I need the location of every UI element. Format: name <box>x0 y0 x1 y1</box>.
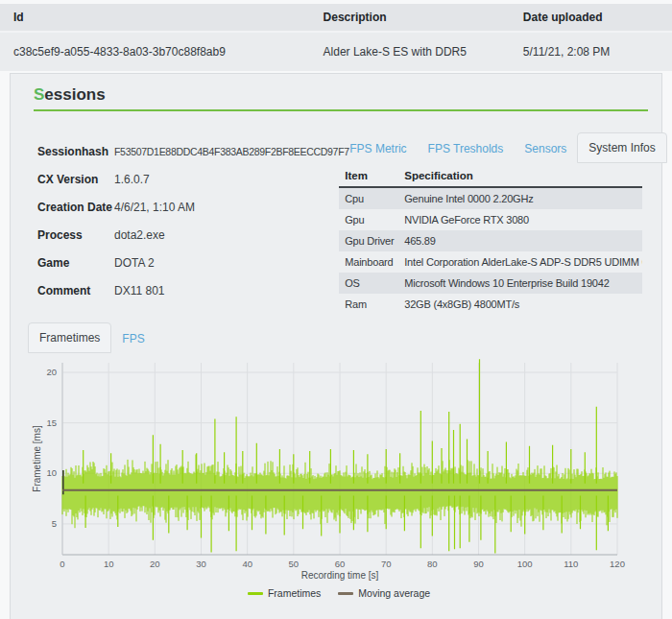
tab-sensors[interactable]: Sensors <box>514 134 577 163</box>
page-title-rest: essions <box>44 85 105 104</box>
upload-id: c38c5ef9-a055-4833-8a03-3b70c88f8ab9 <box>13 45 324 59</box>
legend-item-frametimes: Frametimes <box>248 587 321 599</box>
detail-value: DX11 801 <box>114 283 164 299</box>
tab-fps-tresholds[interactable]: FPS Tresholds <box>418 134 515 163</box>
detail-row-creation-date: Creation Date 4/6/21, 1:10 AM <box>37 200 339 216</box>
svg-text:100: 100 <box>517 559 533 569</box>
detail-value: 1.6.0.7 <box>114 172 150 188</box>
detail-value: dota2.exe <box>114 227 165 244</box>
detail-row-comment: Comment DX11 801 <box>37 283 339 299</box>
column-header-id: Id <box>13 11 324 24</box>
spec-value: 32GB (4x8GB) 4800MT/s <box>398 294 641 315</box>
frametimes-swatch-icon <box>248 592 263 595</box>
detail-label: CX Version <box>37 172 114 188</box>
svg-text:110: 110 <box>564 559 578 569</box>
detail-label: Process <box>37 227 114 244</box>
tab-fps-metric[interactable]: FPS Metric <box>339 134 417 163</box>
detail-value: DOTA 2 <box>114 255 155 272</box>
page-title: Sessions <box>34 85 648 111</box>
table-row-os: OS Microsoft Windows 10 Enterprise Build… <box>339 273 641 294</box>
svg-text:80: 80 <box>427 559 438 569</box>
column-header-description: Description <box>324 11 523 24</box>
svg-text:20: 20 <box>46 367 57 377</box>
upload-date: 5/11/21, 2:08 PM <box>523 45 659 59</box>
table-row-mainboard: Mainboard Intel Corporation AlderLake-S … <box>339 251 641 273</box>
svg-text:40: 40 <box>242 559 252 569</box>
legend-label: Frametimes <box>268 587 321 599</box>
spec-item: Mainboard <box>339 251 398 273</box>
sessions-panel: Sessions Sessionhash F53507D1E88DDC4B4F3… <box>10 73 662 619</box>
detail-label: Sessionhash <box>37 144 114 160</box>
table-row-ram: Ram 32GB (4x8GB) 4800MT/s <box>339 294 641 315</box>
info-tab-bar: FPS Metric FPS Tresholds Sensors System … <box>339 132 648 163</box>
column-header-specification: Specification <box>398 165 641 187</box>
detail-value: 4/6/21, 1:10 AM <box>114 200 195 216</box>
spec-item: Cpu <box>339 187 398 209</box>
spec-value: Genuine Intel 0000 2.20GHz <box>398 187 641 209</box>
table-row-cpu: Cpu Genuine Intel 0000 2.20GHz <box>339 187 641 209</box>
system-info-table: Item Specification Cpu Genuine Intel 000… <box>339 165 641 315</box>
chart-legend: Frametimes Moving average <box>30 587 648 599</box>
svg-text:10: 10 <box>46 467 57 478</box>
svg-text:120: 120 <box>610 559 625 569</box>
spec-item: Ram <box>339 294 398 315</box>
svg-text:70: 70 <box>381 559 392 569</box>
svg-text:60: 60 <box>335 559 346 569</box>
spec-value: Intel Corporation AlderLake-S ADP-S DDR5… <box>398 251 641 273</box>
spec-value: Microsoft Windows 10 Enterprise Build 19… <box>398 273 641 294</box>
svg-text:20: 20 <box>150 559 160 569</box>
detail-row-cx-version: CX Version 1.6.0.7 <box>37 172 339 188</box>
moving-average-swatch-icon <box>338 592 353 595</box>
table-row-gpu-driver: Gpu Driver 465.89 <box>339 230 641 251</box>
detail-row-game: Game DOTA 2 <box>37 255 339 272</box>
spec-value: 465.89 <box>398 230 641 251</box>
detail-value: F53507D1E88DDC4B4F383AB289F2BF8EECCD97F7 <box>114 144 339 160</box>
page-title-accent-letter: S <box>34 85 44 104</box>
svg-text:0: 0 <box>60 559 64 569</box>
spec-item: Gpu Driver <box>339 230 398 251</box>
legend-label: Moving average <box>358 587 430 599</box>
uploads-table: Id Description Date uploaded c38c5ef9-a0… <box>0 4 672 71</box>
svg-text:Frametime [ms]: Frametime [ms] <box>32 425 42 492</box>
system-info-header-row: Item Specification <box>339 165 641 187</box>
detail-label: Game <box>37 255 114 272</box>
frametimes-chart: 01020304050607080901001101205101520Recor… <box>30 357 648 599</box>
table-row-gpu: Gpu NVIDIA GeForce RTX 3080 <box>339 209 641 230</box>
spec-item: Gpu <box>339 209 398 230</box>
column-header-date-uploaded: Date uploaded <box>523 11 659 24</box>
svg-text:10: 10 <box>104 559 114 569</box>
session-info-section: FPS Metric FPS Tresholds Sensors System … <box>339 132 648 315</box>
svg-text:50: 50 <box>289 559 300 569</box>
uploads-table-header: Id Description Date uploaded <box>0 4 672 33</box>
chart-tab-bar: Frametimes FPS <box>28 322 648 353</box>
spec-item: OS <box>339 273 398 294</box>
upload-description: Alder Lake-S ES with DDR5 <box>324 45 523 59</box>
detail-row-process: Process dota2.exe <box>37 227 339 244</box>
detail-row-sessionhash: Sessionhash F53507D1E88DDC4B4F383AB289F2… <box>37 144 339 160</box>
column-header-item: Item <box>339 165 398 187</box>
tab-frametimes[interactable]: Frametimes <box>28 322 111 353</box>
table-row[interactable]: c38c5ef9-a055-4833-8a03-3b70c88f8ab9 Ald… <box>0 33 672 71</box>
spec-value: NVIDIA GeForce RTX 3080 <box>398 209 641 230</box>
svg-text:90: 90 <box>473 559 484 569</box>
session-details: Sessionhash F53507D1E88DDC4B4F383AB289F2… <box>24 132 339 315</box>
svg-text:30: 30 <box>196 559 206 569</box>
detail-label: Creation Date <box>37 200 114 216</box>
detail-label: Comment <box>37 283 114 299</box>
frametimes-plot: 01020304050607080901001101205101520Recor… <box>30 357 654 583</box>
legend-item-moving-average: Moving average <box>338 587 430 599</box>
svg-text:Recording time [s]: Recording time [s] <box>301 570 379 581</box>
svg-text:15: 15 <box>46 417 57 428</box>
tab-fps[interactable]: FPS <box>111 324 155 353</box>
tab-system-infos[interactable]: System Infos <box>577 132 666 163</box>
svg-text:5: 5 <box>52 518 57 529</box>
